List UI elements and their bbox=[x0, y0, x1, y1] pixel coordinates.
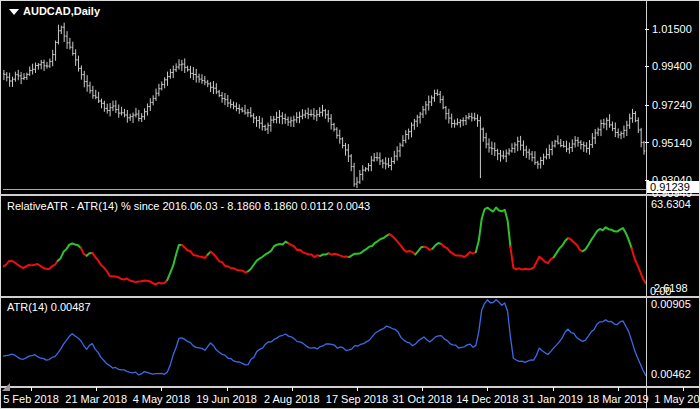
time-tick-mark bbox=[683, 387, 684, 391]
time-tick-mark bbox=[227, 387, 228, 391]
symbol-dropdown-arrow-icon[interactable] bbox=[9, 9, 19, 15]
time-tick-mark bbox=[553, 387, 554, 391]
bid-price-line bbox=[3, 189, 646, 190]
time-tick-mark bbox=[96, 387, 97, 391]
price-tick-mark bbox=[645, 29, 649, 30]
price-chart-canvas[interactable] bbox=[3, 3, 646, 194]
price-tick-label: 0.95140 bbox=[652, 137, 692, 149]
atr-current-label: 0.00462 bbox=[651, 368, 691, 380]
time-label: 21 Mar 2018 bbox=[63, 393, 129, 405]
time-label: 1 May 2019 bbox=[650, 393, 700, 405]
time-tick-mark bbox=[292, 387, 293, 391]
chart-shift-marker bbox=[2, 383, 10, 391]
bid-price-box: 0.91239 bbox=[647, 181, 700, 193]
ratr-max-label: 63.6304 bbox=[651, 198, 691, 210]
time-tick-mark bbox=[618, 387, 619, 391]
time-tick-mark bbox=[357, 387, 358, 391]
time-label: 18 Mar 2019 bbox=[585, 393, 651, 405]
time-label: 31 Jan 2019 bbox=[520, 393, 586, 405]
time-label: 14 Dec 2018 bbox=[454, 393, 520, 405]
price-tick-label: 0.97240 bbox=[652, 99, 692, 111]
atr-canvas[interactable] bbox=[3, 299, 646, 385]
time-label: 19 Jun 2018 bbox=[194, 393, 260, 405]
time-axis[interactable]: 5 Feb 201821 Mar 20184 May 201819 Jun 20… bbox=[1, 387, 700, 409]
chart-window: AUDCAD,Daily RelativeATR - ATR(14) % sin… bbox=[0, 0, 700, 409]
time-label: 31 Oct 2018 bbox=[389, 393, 455, 405]
panel-separator-1[interactable] bbox=[1, 194, 700, 196]
chart-title: AUDCAD,Daily bbox=[23, 5, 100, 17]
time-tick-mark bbox=[161, 387, 162, 391]
time-label: 17 Sep 2018 bbox=[324, 393, 390, 405]
price-tick-label: 0.99400 bbox=[652, 60, 692, 72]
time-label: 4 May 2018 bbox=[128, 393, 194, 405]
price-tick-mark bbox=[645, 142, 649, 143]
time-tick-mark bbox=[487, 387, 488, 391]
time-tick-mark bbox=[31, 387, 32, 391]
relative-atr-panel-label: RelativeATR - ATR(14) % since 2016.06.03… bbox=[7, 200, 370, 213]
time-tick-mark bbox=[422, 387, 423, 391]
price-tick-label: 1.01500 bbox=[652, 23, 692, 35]
price-tick-mark bbox=[645, 105, 649, 106]
panel-separator-2[interactable] bbox=[1, 296, 700, 298]
price-tick-mark bbox=[645, 66, 649, 67]
atr-panel-label: ATR(14) 0.00487 bbox=[7, 301, 91, 314]
atr-max-label: 0.00905 bbox=[651, 298, 691, 310]
ratr-current-label: 2.6198 bbox=[654, 282, 688, 294]
time-label: 2 Aug 2018 bbox=[259, 393, 325, 405]
time-label: 5 Feb 2018 bbox=[0, 393, 64, 405]
